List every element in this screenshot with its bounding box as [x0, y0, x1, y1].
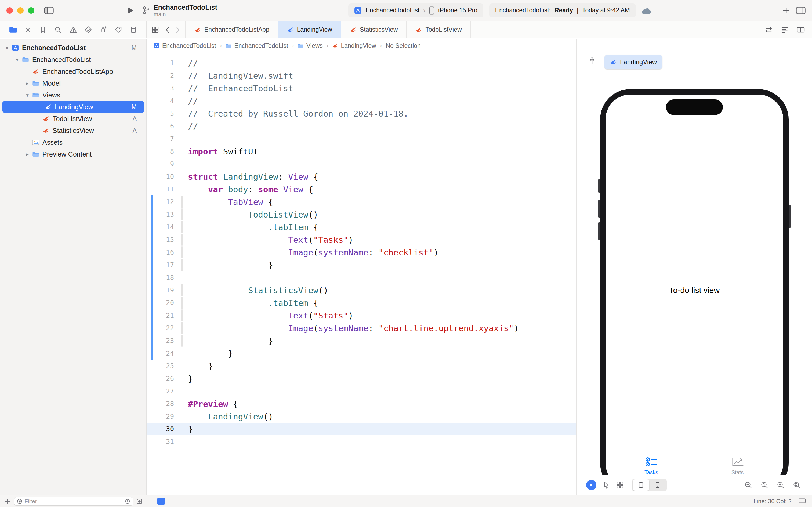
- breadcrumb-item-landingview[interactable]: LandingView: [332, 42, 376, 49]
- editor-tab-statisticsview[interactable]: StatisticsView: [341, 21, 407, 38]
- code-line-22[interactable]: 22 Image(systemName: "chart.line.uptrend…: [147, 322, 576, 334]
- line-number[interactable]: 10: [147, 173, 188, 180]
- code-line-16[interactable]: 16 Image(systemName: "checklist"): [147, 246, 576, 259]
- sidebar-item-model[interactable]: ▸Model: [0, 77, 147, 89]
- code-line-6[interactable]: 6//: [147, 120, 576, 132]
- line-number[interactable]: 4: [147, 97, 188, 105]
- zoom-out-button[interactable]: [743, 480, 754, 491]
- code-line-10[interactable]: 10struct LandingView: View {: [147, 170, 576, 183]
- code-line-31[interactable]: 31: [147, 435, 576, 448]
- sidebar-item-enchancedtodolist[interactable]: ▾EnchancedTodoList: [0, 54, 147, 65]
- project-navigator-icon[interactable]: [7, 24, 18, 35]
- code-line-14[interactable]: 14 .tabItem {: [147, 221, 576, 233]
- zoom-in-button[interactable]: [775, 480, 786, 491]
- editor-tab-landingview[interactable]: LandingView: [278, 21, 341, 38]
- editor-indicator-badge[interactable]: [157, 498, 165, 505]
- line-number[interactable]: 1: [147, 59, 188, 67]
- filter-input[interactable]: [24, 498, 123, 505]
- line-number[interactable]: 25: [147, 362, 188, 370]
- code-line-12[interactable]: 12 TabView {: [147, 195, 576, 208]
- editor-tab-todolistview[interactable]: TodoListView: [407, 21, 470, 38]
- issues-navigator-icon[interactable]: [68, 24, 79, 35]
- zoom-100-button[interactable]: [759, 480, 770, 491]
- code-line-19[interactable]: 19 StatisticsView(): [147, 284, 576, 296]
- code-line-25[interactable]: 25 }: [147, 359, 576, 372]
- go-forward-icon[interactable]: [176, 26, 180, 34]
- breadcrumb-item-views[interactable]: Views: [298, 42, 323, 49]
- line-number[interactable]: 6: [147, 122, 188, 130]
- line-number[interactable]: 29: [147, 412, 188, 420]
- code-line-17[interactable]: 17 }: [147, 259, 576, 271]
- line-number[interactable]: 18: [147, 274, 188, 281]
- code-review-icon[interactable]: [765, 26, 773, 34]
- sidebar-item-enchancedtodolist[interactable]: ▾EnchancedTodoListM: [0, 42, 147, 54]
- recent-files-icon[interactable]: [125, 499, 130, 504]
- breadcrumb-item-no-selection[interactable]: No Selection: [386, 42, 420, 49]
- bookmarks-navigator-icon[interactable]: [38, 24, 48, 35]
- device-bezels-toggle[interactable]: [633, 480, 649, 491]
- code-line-18[interactable]: 18: [147, 271, 576, 284]
- sidebar-item-views[interactable]: ▾Views: [0, 89, 147, 101]
- toggle-left-sidebar-icon[interactable]: [44, 7, 54, 14]
- zoom-window-button[interactable]: [28, 7, 35, 14]
- line-number[interactable]: 31: [147, 438, 188, 446]
- code-line-23[interactable]: 23 }: [147, 334, 576, 347]
- sidebar-item-enchancedtodolistapp[interactable]: EnchancedTodoListApp: [0, 65, 147, 77]
- code-line-27[interactable]: 27: [147, 385, 576, 397]
- code-line-5[interactable]: 5// Created by Russell Gordon on 2024-01…: [147, 107, 576, 120]
- code-line-29[interactable]: 29 LandingView(): [147, 410, 576, 423]
- code-line-26[interactable]: 26}: [147, 372, 576, 385]
- scm-status-filter-icon[interactable]: [136, 498, 142, 504]
- minimize-window-button[interactable]: [17, 7, 23, 14]
- sidebar-item-assets[interactable]: Assets: [0, 136, 147, 148]
- tests-navigator-icon[interactable]: [83, 24, 94, 35]
- line-number[interactable]: 2: [147, 72, 188, 79]
- line-number[interactable]: 24: [147, 349, 188, 357]
- source-editor[interactable]: 1//2// LandingView.swift3// EnchancedTod…: [147, 53, 576, 495]
- code-line-4[interactable]: 4//: [147, 95, 576, 107]
- line-number[interactable]: 9: [147, 160, 188, 168]
- debug-navigator-icon[interactable]: [98, 24, 109, 35]
- go-back-icon[interactable]: [165, 26, 170, 34]
- line-number[interactable]: 8: [147, 148, 188, 155]
- code-line-1[interactable]: 1//: [147, 57, 576, 69]
- add-file-button[interactable]: [4, 498, 11, 505]
- code-line-15[interactable]: 15 Text("Tasks"): [147, 233, 576, 246]
- scheme-selector[interactable]: EnchancedTodoList › iPhone 15 Pro: [348, 3, 483, 17]
- line-number[interactable]: 26: [147, 375, 188, 382]
- code-line-30[interactable]: 30}: [147, 423, 576, 435]
- add-editor-button[interactable]: [782, 7, 790, 14]
- line-number[interactable]: 7: [147, 135, 188, 143]
- line-number[interactable]: 3: [147, 84, 188, 92]
- line-number[interactable]: 27: [147, 387, 188, 395]
- close-window-button[interactable]: [6, 7, 13, 14]
- code-line-13[interactable]: 13 TodoListView(): [147, 208, 576, 221]
- zoom-to-fit-button[interactable]: [791, 480, 802, 491]
- line-number[interactable]: 5: [147, 110, 188, 117]
- live-preview-button[interactable]: [586, 480, 596, 490]
- run-button[interactable]: [127, 6, 134, 14]
- pin-preview-icon[interactable]: [588, 56, 596, 66]
- code-line-8[interactable]: 8import SwiftUI: [147, 145, 576, 158]
- code-line-3[interactable]: 3// EnchancedTodoList: [147, 82, 576, 95]
- phone-tab-stats[interactable]: Stats: [694, 457, 780, 475]
- code-line-7[interactable]: 7: [147, 132, 576, 145]
- line-number[interactable]: 28: [147, 400, 188, 408]
- device-screen[interactable]: To-do list view TasksStats: [605, 95, 783, 488]
- sidebar-item-todolistview[interactable]: TodoListViewA: [0, 113, 147, 125]
- source-control-navigator-icon[interactable]: [22, 24, 33, 35]
- code-line-2[interactable]: 2// LandingView.swift: [147, 69, 576, 82]
- line-number[interactable]: 11: [147, 185, 188, 193]
- preview-target-chip[interactable]: LandingView: [604, 55, 662, 69]
- code-line-11[interactable]: 11 var body: some View {: [147, 183, 576, 195]
- minimap-icon[interactable]: [781, 26, 789, 34]
- editor-tab-enchancedtodolistapp[interactable]: EnchancedTodoListApp: [185, 21, 278, 38]
- code-line-9[interactable]: 9: [147, 158, 576, 170]
- tab-overview-icon[interactable]: [152, 26, 159, 34]
- sidebar-item-statisticsview[interactable]: StatisticsViewA: [0, 125, 147, 136]
- sidebar-item-preview-content[interactable]: ▸Preview Content: [0, 148, 147, 160]
- scm-branch-block[interactable]: EnchancedTodoList main: [142, 3, 217, 17]
- filter-field[interactable]: [14, 497, 133, 506]
- code-line-20[interactable]: 20 .tabItem {: [147, 296, 576, 309]
- code-line-21[interactable]: 21 Text("Stats"): [147, 309, 576, 322]
